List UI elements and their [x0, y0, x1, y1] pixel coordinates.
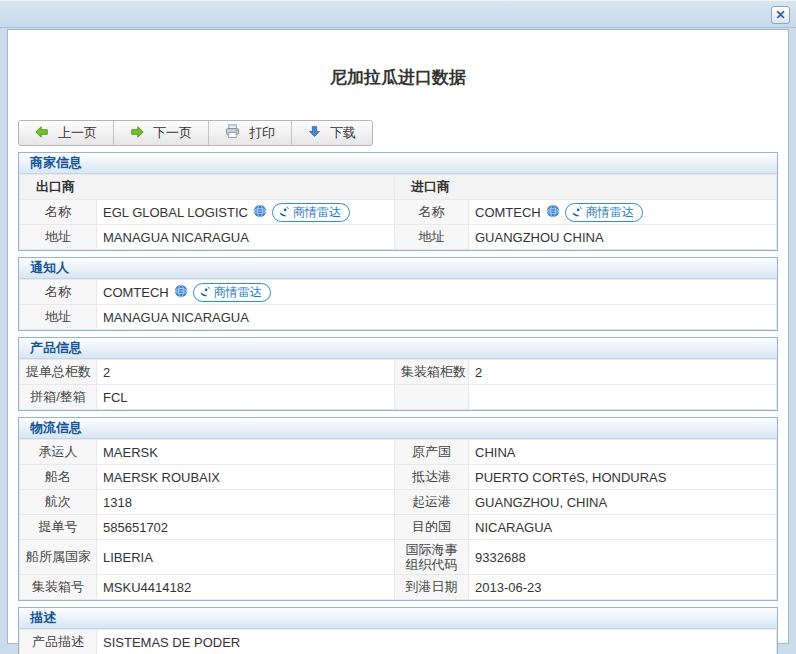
lcl-fcl-value: FCL — [97, 385, 395, 410]
table-row: 航次 1318 起运港 GUANGZHOU, CHINA — [20, 490, 777, 515]
notify-table: 名称 COMTECH 商情雷达 地址 MANAGUA NICARAGUA — [19, 279, 777, 330]
product-section-header: 产品信息 — [19, 338, 777, 359]
vessel-name-label: 船名 — [20, 465, 97, 490]
radar-icon — [199, 285, 211, 300]
radar-link[interactable]: 商情雷达 — [193, 283, 271, 302]
table-row: 名称 EGL GLOBAL LOGISTIC 商情雷达 名称 COMTECH — [20, 200, 777, 225]
radar-link[interactable]: 商情雷达 — [272, 203, 350, 222]
container-number-label: 集装箱号 — [20, 575, 97, 600]
table-row: 地址 MANAGUA NICARAGUA 地址 GUANGZHOU CHINA — [20, 225, 777, 250]
table-row: 船所属国家 LIBERIA 国际海事组织代码 9332688 — [20, 540, 777, 575]
blue-down-arrow-icon — [308, 125, 321, 141]
merchant-table: 出口商 进口商 名称 EGL GLOBAL LOGISTIC 商情雷达 名称 — [19, 174, 777, 250]
notify-name-cell: COMTECH 商情雷达 — [97, 280, 777, 305]
imo-code-label: 国际海事组织代码 — [395, 540, 469, 575]
printer-icon — [225, 124, 240, 142]
arrival-date-label: 到港日期 — [395, 575, 469, 600]
green-left-arrow-icon — [35, 125, 49, 142]
notify-name-label: 名称 — [20, 280, 97, 305]
table-row: 产品描述 SISTEMAS DE PODER — [20, 630, 777, 654]
toolbar: 上一页 下一页 打印 下载 — [18, 120, 373, 146]
globe-icon[interactable] — [174, 284, 188, 301]
dialog-panel: 尼加拉瓜进口数据 上一页 下一页 打印 下载 商家信息 出口商 进口商 — [7, 29, 789, 644]
section-product-info: 产品信息 提单总柜数 2 集装箱柜数 2 拼箱/整箱 FCL — [18, 337, 778, 411]
exporter-name-value: EGL GLOBAL LOGISTIC — [103, 205, 248, 220]
container-count-label: 集装箱柜数 — [395, 360, 469, 385]
table-row: 名称 COMTECH 商情雷达 — [20, 280, 777, 305]
radar-icon — [571, 205, 583, 220]
vessel-name-value: MAERSK ROUBAIX — [97, 465, 395, 490]
table-row: 出口商 进口商 — [20, 175, 777, 200]
container-number-value: MSKU4414182 — [97, 575, 395, 600]
destination-country-value: NICARAGUA — [469, 515, 777, 540]
carrier-label: 承运人 — [20, 440, 97, 465]
logistics-section-header: 物流信息 — [19, 418, 777, 439]
product-description-value: SISTEMAS DE PODER — [97, 630, 777, 654]
carrier-value: MAERSK — [97, 440, 395, 465]
globe-icon[interactable] — [546, 204, 560, 221]
exporter-header: 出口商 — [20, 175, 395, 200]
table-row: 集装箱号 MSKU4414182 到港日期 2013-06-23 — [20, 575, 777, 600]
empty-value-cell — [469, 385, 777, 410]
download-label: 下载 — [330, 124, 356, 142]
bl-number-value: 585651702 — [97, 515, 395, 540]
notify-section-header: 通知人 — [19, 258, 777, 279]
radar-icon — [278, 205, 290, 220]
origin-country-label: 原产国 — [395, 440, 469, 465]
ship-flag-country-value: LIBERIA — [97, 540, 395, 575]
arrival-port-label: 抵达港 — [395, 465, 469, 490]
exporter-name-label: 名称 — [20, 200, 97, 225]
logistics-table: 承运人 MAERSK 原产国 CHINA 船名 MAERSK ROUBAIX 抵… — [19, 439, 777, 600]
radar-link[interactable]: 商情雷达 — [565, 203, 643, 222]
voyage-label: 航次 — [20, 490, 97, 515]
close-button[interactable]: ✕ — [771, 6, 790, 24]
importer-name-value: COMTECH — [475, 205, 541, 220]
radar-link-label: 商情雷达 — [586, 204, 634, 221]
section-description: 描述 产品描述 SISTEMAS DE PODER — [18, 607, 778, 654]
download-button[interactable]: 下载 — [292, 121, 372, 145]
exporter-address-value: MANAGUA NICARAGUA — [97, 225, 395, 250]
importer-header: 进口商 — [395, 175, 777, 200]
dialog-titlebar: ✕ — [0, 0, 796, 28]
table-row: 地址 MANAGUA NICARAGUA — [20, 305, 777, 330]
departure-port-label: 起运港 — [395, 490, 469, 515]
radar-link-label: 商情雷达 — [293, 204, 341, 221]
merchant-section-header: 商家信息 — [19, 153, 777, 174]
next-page-button[interactable]: 下一页 — [114, 121, 209, 145]
section-merchant-info: 商家信息 出口商 进口商 名称 EGL GLOBAL LOGISTIC 商情雷达 — [18, 152, 778, 251]
page-title: 尼加拉瓜进口数据 — [18, 66, 778, 89]
table-row: 提单总柜数 2 集装箱柜数 2 — [20, 360, 777, 385]
product-table: 提单总柜数 2 集装箱柜数 2 拼箱/整箱 FCL — [19, 359, 777, 410]
notify-address-value: MANAGUA NICARAGUA — [97, 305, 777, 330]
exporter-name-cell: EGL GLOBAL LOGISTIC 商情雷达 — [97, 200, 395, 225]
exporter-address-label: 地址 — [20, 225, 97, 250]
next-page-label: 下一页 — [153, 124, 192, 142]
importer-name-cell: COMTECH 商情雷达 — [469, 200, 777, 225]
print-button[interactable]: 打印 — [209, 121, 292, 145]
dialog-frame: { "titlebar": { "close_glyph": "✕" }, "p… — [0, 0, 796, 654]
globe-icon[interactable] — [253, 204, 267, 221]
description-table: 产品描述 SISTEMAS DE PODER — [19, 629, 777, 654]
table-row: 提单号 585651702 目的国 NICARAGUA — [20, 515, 777, 540]
prev-page-button[interactable]: 上一页 — [19, 121, 114, 145]
ship-flag-country-label: 船所属国家 — [20, 540, 97, 575]
importer-address-value: GUANGZHOU CHINA — [469, 225, 777, 250]
imo-code-value: 9332688 — [469, 540, 777, 575]
voyage-value: 1318 — [97, 490, 395, 515]
green-right-arrow-icon — [130, 125, 144, 142]
importer-name-label: 名称 — [395, 200, 469, 225]
empty-label-cell — [395, 385, 469, 410]
section-logistics-info: 物流信息 承运人 MAERSK 原产国 CHINA 船名 MAERSK ROUB… — [18, 417, 778, 601]
importer-address-label: 地址 — [395, 225, 469, 250]
bl-total-containers-label: 提单总柜数 — [20, 360, 97, 385]
notify-name-value: COMTECH — [103, 285, 169, 300]
arrival-date-value: 2013-06-23 — [469, 575, 777, 600]
table-row: 船名 MAERSK ROUBAIX 抵达港 PUERTO CORTéS, HON… — [20, 465, 777, 490]
arrival-port-value: PUERTO CORTéS, HONDURAS — [469, 465, 777, 490]
origin-country-value: CHINA — [469, 440, 777, 465]
departure-port-value: GUANGZHOU, CHINA — [469, 490, 777, 515]
lcl-fcl-label: 拼箱/整箱 — [20, 385, 97, 410]
prev-page-label: 上一页 — [58, 124, 97, 142]
notify-address-label: 地址 — [20, 305, 97, 330]
table-row: 拼箱/整箱 FCL — [20, 385, 777, 410]
